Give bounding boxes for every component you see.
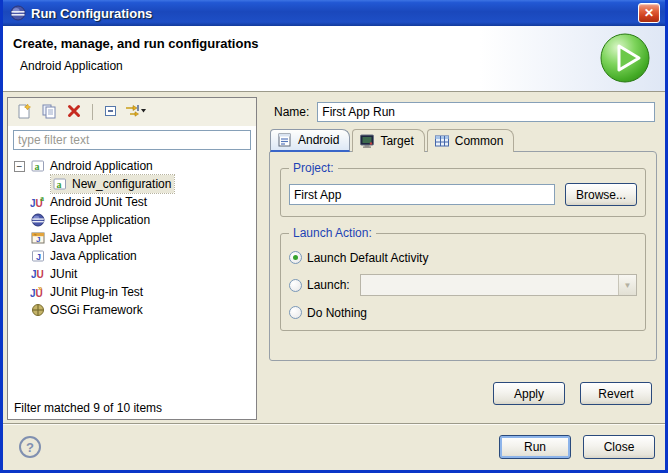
help-button[interactable]: ? [19,436,41,458]
filter-menu-icon [125,103,147,122]
tree-item-label: Java Application [50,249,137,263]
chevron-down-icon[interactable]: ▼ [618,275,636,295]
radio-option-label: Launch: [307,278,350,292]
name-input[interactable] [317,102,655,122]
close-button[interactable]: Close [583,435,655,459]
tab-target[interactable]: Target [352,129,424,152]
tree-item-label: Java Applet [50,231,112,245]
close-window-button[interactable]: ✕ [638,3,660,23]
android-tab-content: Project: Browse... Launch Action: Launch… [269,151,657,361]
filter-field-wrap [8,126,256,154]
eclipse-icon [30,212,46,228]
tree-item-android-junit-test[interactable]: − JUa Android JUnit Test [8,193,256,211]
radio-option-label: Launch Default Activity [307,251,428,265]
android-junit-icon: JUa [30,194,46,210]
project-group: Project: Browse... [280,168,646,217]
launch-action-group: Launch Action: Launch Default Activity ▼ [280,233,646,331]
tab-label: Android [298,133,339,147]
launch-activity-combobox[interactable]: ▼ [360,274,637,296]
radio-button-icon[interactable] [289,306,302,319]
revert-button[interactable]: Revert [580,382,652,405]
name-field-row: Name: [264,97,662,122]
svg-text:J: J [36,235,40,244]
name-label: Name: [274,105,309,119]
dialog-header-banner: Create, manage, and run configurations A… [3,26,665,92]
tree-item-label: Android Application [50,159,153,173]
tree-item-label: Eclipse Application [50,213,150,227]
browse-button[interactable]: Browse... [565,183,637,206]
collapse-all-icon [103,103,119,122]
duplicate-icon [41,103,57,122]
tree-item-java-application[interactable]: − J Java Application [8,247,256,265]
radio-button-icon[interactable] [289,279,302,292]
android-icon: a [30,158,46,174]
configuration-detail-panel: Name: Android Target Common [264,97,662,423]
duplicate-button[interactable] [40,103,58,121]
project-group-legend: Project: [289,161,338,175]
radio-do-nothing[interactable]: Do Nothing ▼ [289,305,637,320]
filter-input[interactable] [13,130,251,150]
new-configuration-icon [16,103,32,122]
tree-item-label: JUnit Plug-in Test [50,285,143,299]
tree-item-eclipse-application[interactable]: − Eclipse Application [8,211,256,229]
svg-text:J: J [36,252,41,262]
applet-icon: ≈J [30,230,46,246]
run-banner-icon [599,32,651,84]
apply-revert-row: Apply Revert [264,361,662,405]
filter-menu-button[interactable] [127,103,145,121]
toolbar-separator [92,104,93,120]
osgi-icon [30,302,46,318]
tab-label: Common [455,134,504,148]
svg-text:»: » [38,284,43,293]
launch-action-group-legend: Launch Action: [289,226,376,240]
new-configuration-button[interactable] [15,103,33,121]
tree-item-osgi-framework[interactable]: − OSGi Framework [8,301,256,319]
titlebar[interactable]: Run Configurations ✕ [3,0,665,26]
delete-button[interactable] [65,103,83,121]
radio-launch-default-activity[interactable]: Launch Default Activity ▼ [289,250,637,265]
delete-icon [66,103,82,122]
tree-item-new-configuration[interactable]: − a New_configuration [8,175,256,193]
junit-icon: JU [30,266,46,282]
run-button[interactable]: Run [499,435,571,459]
collapse-all-button[interactable] [102,103,120,121]
tree-item-label: Android JUnit Test [50,195,147,209]
radio-button-icon[interactable] [289,251,302,264]
tab-common[interactable]: Common [427,129,515,152]
filter-status-text: Filter matched 9 of 10 items [8,399,256,419]
tab-common-icon [434,133,450,149]
tab-target-icon [359,133,375,149]
dialog-button-bar: ? Run Close [3,423,665,470]
question-mark-icon: ? [26,440,34,455]
configurations-tree: − a Android Application − a New_configur… [8,154,256,399]
tree-item-junit[interactable]: − JU JUnit [8,265,256,283]
collapse-toggle-icon[interactable]: − [14,161,25,172]
tree-item-android-application[interactable]: − a Android Application [8,157,256,175]
close-icon: ✕ [644,6,654,20]
configurations-panel: − a Android Application − a New_configur… [7,97,257,420]
tree-item-label: New_configuration [72,177,171,191]
apply-button[interactable]: Apply [493,382,565,405]
configurations-toolbar [8,98,256,126]
tab-android[interactable]: Android [270,129,350,152]
svg-text:JU: JU [31,269,44,280]
tree-item-label: OSGi Framework [50,303,143,317]
dialog-subheading: Android Application [20,59,123,73]
tree-item-java-applet[interactable]: − ≈J Java Applet [8,229,256,247]
window-title: Run Configurations [31,6,638,21]
radio-launch-activity[interactable]: Launch: ▼ [289,274,637,296]
android-icon: a [52,176,68,192]
run-configurations-dialog: Run Configurations ✕ Create, manage, and… [0,0,668,473]
tab-android-icon [277,132,293,148]
dialog-body: Create, manage, and run configurations A… [3,26,665,470]
dialog-heading: Create, manage, and run configurations [13,36,259,51]
eclipse-logo-icon [10,5,26,21]
tab-strip: Android Target Common [264,122,662,152]
tree-item-label: JUnit [50,267,77,281]
tree-item-junit-plugin-test[interactable]: − JU» JUnit Plug-in Test [8,283,256,301]
project-input[interactable] [289,184,555,205]
svg-text:a: a [35,161,40,172]
tab-label: Target [380,134,413,148]
svg-text:a: a [57,179,62,190]
svg-text:a: a [40,194,44,203]
